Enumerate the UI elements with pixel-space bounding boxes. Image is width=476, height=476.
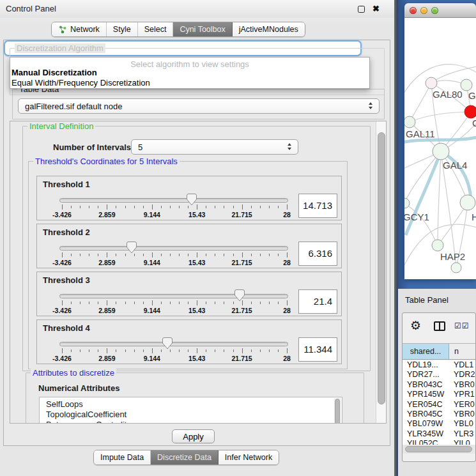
graph-node-label: HAP2 — [440, 251, 465, 262]
slider-thumb[interactable] — [187, 194, 197, 206]
tab-cyni-toolbox-label: Cyni Toolbox — [180, 22, 225, 36]
tick-label: -3.426 — [52, 307, 72, 314]
tick-label: 28 — [283, 259, 291, 266]
network-window-titlebar[interactable] — [404, 3, 476, 18]
slider-thumb[interactable] — [234, 289, 245, 302]
table-row[interactable]: YDR27...YDR2 — [403, 370, 476, 380]
graph-node[interactable] — [451, 263, 461, 273]
tab-select[interactable]: Select — [138, 22, 174, 36]
number-of-intervals-label: Number of Intervals — [53, 142, 131, 152]
threshold-4-value-field[interactable]: 11.344 — [298, 337, 337, 362]
minimize-traffic-light-icon[interactable] — [420, 7, 427, 14]
tab-infer-network[interactable]: Infer Network — [219, 450, 279, 464]
settings-vertical-scrollbar[interactable] — [376, 121, 387, 424]
table-row[interactable]: YBR045CYBR0 — [403, 410, 476, 419]
tick-mark — [224, 254, 224, 256]
graph-node[interactable] — [464, 105, 476, 118]
table-row[interactable]: YER054CYER0 — [403, 400, 476, 410]
tab-style-label: Style — [113, 22, 131, 36]
tick-mark — [62, 204, 63, 210]
threshold-2-value-field[interactable]: 6.316 — [298, 242, 337, 266]
table-cell: YBR043C — [403, 380, 449, 390]
threshold-2-slider[interactable]: -3.4262.8599.14415.4321.71528 — [59, 240, 288, 268]
tick-mark — [107, 252, 107, 257]
tick-mark — [260, 254, 261, 256]
column-header-shared-name[interactable]: shared... — [403, 344, 449, 359]
attribute-list-item[interactable]: BetweennessCentrality — [40, 420, 342, 424]
tick-mark — [260, 302, 261, 304]
slider-track[interactable] — [59, 294, 288, 298]
slider-tick-labels: -3.4262.8599.14415.4321.71528 — [59, 307, 288, 314]
threshold-1-value-field[interactable]: 14.713 — [298, 194, 337, 218]
float-window-icon[interactable] — [358, 6, 365, 13]
graph-node[interactable] — [404, 116, 415, 128]
table-row[interactable]: YDL19...YDL1 — [403, 360, 476, 370]
tick-mark — [206, 302, 206, 304]
zoom-traffic-light-icon[interactable] — [431, 7, 438, 14]
tick-mark — [89, 302, 89, 304]
tick-mark — [62, 300, 63, 305]
table-horizontal-scrollbar[interactable] — [403, 445, 476, 454]
graph-node[interactable] — [404, 198, 410, 208]
slider-track[interactable] — [59, 342, 288, 346]
tick-label: 21.715 — [232, 355, 252, 362]
slider-thumb[interactable] — [162, 337, 173, 349]
threshold-4-slider[interactable]: -3.4262.8599.14415.4321.71528 — [59, 335, 288, 364]
slider-thumb[interactable] — [127, 242, 137, 254]
list-vertical-scrollbar[interactable] — [334, 398, 341, 424]
node-table-rows: YDL19...YDL1YDR27...YDR2YBR043CYBR0YPR14… — [403, 360, 476, 445]
popup-option-manual-discretization[interactable]: Manual Discretization — [12, 68, 364, 77]
tick-mark — [287, 204, 288, 210]
num-intervals-combobox[interactable]: 5 — [131, 139, 298, 155]
slider-track[interactable] — [59, 246, 288, 250]
apply-button[interactable]: Apply — [172, 429, 215, 443]
tick-mark — [143, 349, 144, 352]
scrollbar-thumb[interactable] — [405, 446, 472, 452]
graph-node-label: H — [472, 211, 476, 222]
table-row[interactable]: YBL079WYBL0 — [403, 419, 476, 429]
graph-node[interactable] — [460, 195, 475, 210]
threshold-3-value-field[interactable]: 21.4 — [298, 289, 337, 314]
tick-mark — [215, 254, 215, 256]
tab-network[interactable]: Network — [52, 22, 107, 36]
network-graph[interactable]: GAL80GACGAL11GAL4GCY1HHAP2 — [404, 18, 476, 279]
close-traffic-light-icon[interactable] — [410, 7, 417, 14]
tab-jactivemnodules[interactable]: jActiveMNodules — [233, 22, 305, 36]
checkbox-icons[interactable]: ☑☑ — [454, 321, 470, 330]
tab-impute-data[interactable]: Impute Data — [94, 450, 151, 464]
gear-icon[interactable]: ⚙ — [410, 318, 421, 333]
tick-mark — [251, 349, 252, 352]
numerical-attributes-list[interactable]: SelfLoopsTopologicalCoefficientBetweenne… — [39, 397, 342, 424]
table-header-row: shared... n — [403, 343, 476, 360]
tab-cyni-toolbox[interactable]: Cyni Toolbox — [173, 22, 232, 36]
table-row[interactable]: YIL052CYIL0 — [403, 439, 476, 445]
popup-option-equal-width-frequency[interactable]: Equal Width/Frequency Discretization — [12, 78, 364, 88]
table-cell: YPR1 — [449, 390, 476, 399]
column-header-name[interactable]: n — [449, 344, 476, 359]
tab-discretize-data[interactable]: Discretize Data — [151, 450, 219, 464]
attribute-list-item[interactable]: TopologicalCoefficient — [40, 410, 342, 420]
table-data-combobox[interactable]: galFiltered.sif default node — [18, 98, 380, 114]
threshold-3-slider[interactable]: -3.4262.8599.14415.4321.71528 — [59, 288, 288, 316]
table-row[interactable]: YBR043CYBR0 — [403, 380, 476, 390]
tab-style[interactable]: Style — [107, 22, 138, 36]
table-row[interactable]: YPR145WYPR1 — [403, 390, 476, 399]
slider-track[interactable] — [59, 198, 288, 203]
tick-mark — [269, 254, 270, 256]
split-columns-icon[interactable] — [434, 321, 445, 331]
graph-node[interactable] — [433, 143, 449, 160]
tick-label: 28 — [283, 211, 291, 219]
tick-mark — [206, 349, 206, 352]
graph-node[interactable] — [426, 77, 437, 89]
table-row[interactable]: YLR345WYLR3 — [403, 429, 476, 439]
table-cell: YLR345W — [403, 429, 449, 439]
tick-mark — [278, 254, 279, 256]
control-panel-titlebar: Control Panel ✖ — [0, 0, 394, 18]
graph-node[interactable] — [432, 240, 443, 251]
close-window-icon[interactable]: ✖ — [372, 4, 380, 13]
graph-edge — [438, 151, 441, 245]
attribute-list-item[interactable]: SelfLoops — [40, 399, 342, 410]
tick-mark — [188, 206, 188, 208]
threshold-1-slider[interactable]: -3.4262.8599.14415.4321.71528 — [59, 192, 288, 220]
scrollbar-thumb[interactable] — [378, 132, 385, 404]
